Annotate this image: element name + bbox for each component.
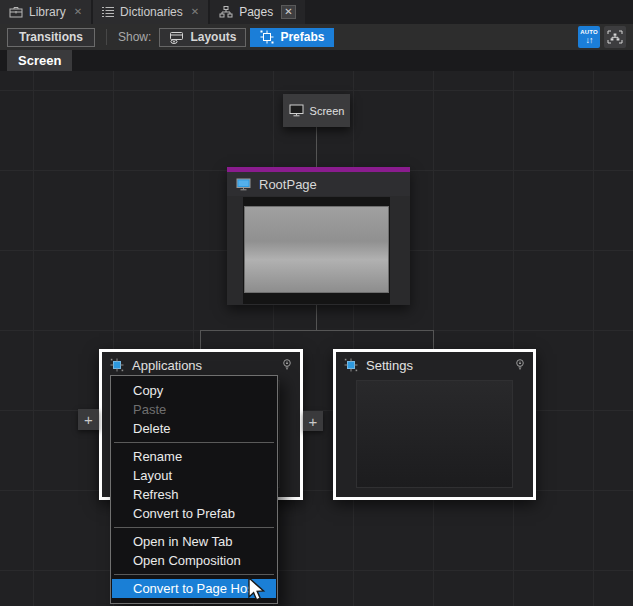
page-graph-canvas[interactable]: Screen RootPage Applica xyxy=(0,71,633,606)
connector-branch-horizontal xyxy=(200,330,434,331)
lightbulb-icon[interactable] xyxy=(515,358,525,372)
node-label: Settings xyxy=(366,358,413,373)
page-monitor-icon xyxy=(236,178,251,191)
context-menu: Copy Paste Delete Rename Layout Refresh … xyxy=(110,375,278,604)
connector-screen-rootpage xyxy=(316,127,317,167)
pages-hierarchy-icon xyxy=(219,6,233,18)
toolbar-separator xyxy=(106,29,107,45)
node-label: Screen xyxy=(310,105,345,117)
connector-to-settings xyxy=(433,330,434,349)
node-screen[interactable]: Screen xyxy=(283,94,350,127)
fit-to-view-button[interactable] xyxy=(604,26,626,48)
node-settings[interactable]: Settings xyxy=(333,349,536,500)
fit-to-view-icon xyxy=(607,30,623,44)
prefabs-toggle-button[interactable]: Prefabs xyxy=(250,28,334,47)
rootpage-letterbox xyxy=(243,197,390,304)
rootpage-preview xyxy=(244,206,389,293)
tab-dictionaries[interactable]: Dictionaries ✕ xyxy=(93,0,208,24)
breadcrumb-screen-tab[interactable]: Screen xyxy=(7,50,72,71)
tab-label: Pages xyxy=(239,5,273,19)
rootpage-header: RootPage xyxy=(227,172,410,196)
menu-item-refresh[interactable]: Refresh xyxy=(112,485,276,504)
menu-item-convert-to-prefab[interactable]: Convert to Prefab xyxy=(112,504,276,523)
layouts-toggle-label: Layouts xyxy=(190,30,236,44)
menu-separator xyxy=(114,574,274,575)
menu-item-open-composition[interactable]: Open Composition xyxy=(112,551,276,570)
pages-editor-window: Library ✕ Dictionaries ✕ Pages ✕ Transit… xyxy=(0,0,633,606)
lightbulb-icon[interactable] xyxy=(282,358,292,372)
menu-item-open-in-new-tab[interactable]: Open in New Tab xyxy=(112,532,276,551)
menu-item-delete[interactable]: Delete xyxy=(112,419,276,438)
connector-to-applications xyxy=(200,330,201,349)
prefabs-icon xyxy=(260,30,274,44)
menu-separator xyxy=(114,527,274,528)
plus-icon: + xyxy=(84,411,93,428)
layouts-icon xyxy=(169,31,184,44)
rootpage-body xyxy=(227,196,410,305)
menu-item-layout[interactable]: Layout xyxy=(112,466,276,485)
menu-item-convert-to-page-host[interactable]: Convert to Page Host xyxy=(112,579,276,598)
breadcrumb-bar: Screen xyxy=(0,50,633,71)
menu-separator xyxy=(114,442,274,443)
menu-item-rename[interactable]: Rename xyxy=(112,447,276,466)
tab-label: Library xyxy=(29,5,66,19)
tab-label: Dictionaries xyxy=(120,5,183,19)
prefab-chip-icon xyxy=(110,358,124,372)
close-icon[interactable]: ✕ xyxy=(74,7,82,17)
tab-library[interactable]: Library ✕ xyxy=(0,0,91,24)
transitions-button[interactable]: Transitions xyxy=(7,28,95,47)
add-node-button-left[interactable]: + xyxy=(78,409,99,430)
plus-icon: + xyxy=(309,413,318,430)
monitor-icon xyxy=(289,104,304,117)
add-node-button-middle[interactable]: + xyxy=(303,411,323,431)
settings-preview xyxy=(356,380,513,488)
menu-item-copy[interactable]: Copy xyxy=(112,381,276,400)
node-rootpage[interactable]: RootPage xyxy=(227,167,410,305)
auto-arrange-button[interactable]: AUTO ↓↑ xyxy=(578,26,600,48)
layouts-toggle-button[interactable]: Layouts xyxy=(159,28,246,47)
graph-toolbar: Transitions Show: Layouts Prefabs AUTO ↓… xyxy=(0,24,633,50)
prefab-chip-icon xyxy=(344,358,358,372)
dictionaries-icon xyxy=(102,6,114,18)
close-icon[interactable]: ✕ xyxy=(191,7,199,17)
menu-item-paste[interactable]: Paste xyxy=(112,400,276,419)
connector-rootpage-stem xyxy=(316,305,317,330)
settings-header: Settings xyxy=(336,352,533,378)
tab-pages[interactable]: Pages ✕ xyxy=(210,0,304,24)
library-icon xyxy=(9,6,23,18)
close-icon[interactable]: ✕ xyxy=(281,5,295,19)
document-tab-bar: Library ✕ Dictionaries ✕ Pages ✕ xyxy=(0,0,633,24)
node-label: Applications xyxy=(132,358,202,373)
auto-arrows-icon: ↓↑ xyxy=(586,36,593,45)
prefabs-toggle-label: Prefabs xyxy=(280,30,324,44)
node-label: RootPage xyxy=(259,177,317,192)
show-label: Show: xyxy=(118,30,151,44)
